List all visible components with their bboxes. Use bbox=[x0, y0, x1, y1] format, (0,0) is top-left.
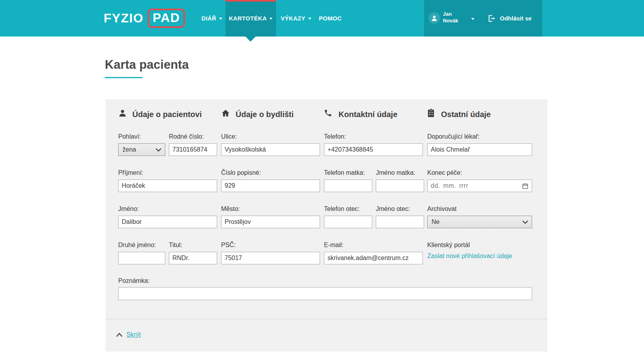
user-first-name: Jan bbox=[443, 11, 458, 17]
field-label-ulice: Ulice: bbox=[221, 133, 237, 141]
section-title-contact: Kontaktní údaje bbox=[338, 110, 397, 119]
send-credentials-link[interactable]: Zaslat nové přihlašovací údaje bbox=[427, 253, 512, 260]
clipboard-icon bbox=[427, 108, 435, 117]
jmeno-matka-input[interactable] bbox=[376, 180, 424, 192]
nav-item-pomoc-label: POMOC bbox=[319, 15, 342, 22]
jmeno-input[interactable] bbox=[118, 216, 217, 228]
field-label-titul: Titul: bbox=[169, 241, 182, 249]
konec-pece-date-input[interactable]: dd. mm. rrrr bbox=[427, 180, 532, 192]
field-label-psc: PSČ: bbox=[221, 241, 236, 249]
field-label-poznamka: Poznámka: bbox=[118, 277, 150, 285]
field-label-jmeno-otec: Jméno otec: bbox=[376, 205, 410, 213]
field-label-archivovat: Archivovat bbox=[427, 205, 457, 213]
nav-item-vykazy-label: VÝKAZY bbox=[281, 15, 306, 22]
nav-item-kartoteka-active[interactable]: KARTOTÉKA bbox=[225, 0, 276, 37]
chevron-down-icon bbox=[522, 220, 528, 224]
active-tab-indicator bbox=[225, 0, 276, 2]
logo-badge-pad: PAD bbox=[148, 9, 185, 28]
field-label-klientsky-portal: Klientský portál bbox=[427, 241, 470, 249]
chevron-down-icon bbox=[219, 18, 222, 20]
app-logo[interactable]: FYZIO PAD bbox=[104, 0, 185, 37]
chevron-down-icon bbox=[156, 148, 161, 152]
panel-divider bbox=[106, 319, 547, 319]
user-name[interactable]: Jan Novák bbox=[443, 11, 458, 24]
archivovat-select[interactable]: Ne bbox=[427, 216, 532, 228]
logout-label: Odhlásit se bbox=[500, 15, 532, 22]
rodne-cislo-input[interactable] bbox=[169, 143, 217, 156]
nav-item-pomoc[interactable]: POMOC bbox=[319, 0, 342, 37]
field-label-prijmeni: Příjmení: bbox=[118, 169, 143, 177]
patient-card-page: FYZIO PAD DIÁŘ KARTOTÉKA VÝKAZY POMOC bbox=[0, 0, 644, 361]
person-icon bbox=[118, 109, 127, 117]
titul-input[interactable] bbox=[169, 252, 217, 264]
nav-item-vykazy[interactable]: VÝKAZY bbox=[281, 0, 311, 37]
prijmeni-input[interactable] bbox=[118, 180, 217, 192]
phone-icon bbox=[324, 109, 332, 117]
psc-input[interactable] bbox=[221, 252, 320, 264]
field-label-druhe-jmeno: Druhé jméno: bbox=[118, 241, 156, 249]
mesto-input[interactable] bbox=[221, 216, 320, 228]
pohlavi-select-value: žena bbox=[123, 146, 136, 153]
field-label-doporucujici-lekar: Doporučující lékař: bbox=[427, 133, 479, 141]
active-tab-notch bbox=[245, 37, 256, 42]
title-underline bbox=[105, 77, 143, 78]
email-input[interactable] bbox=[324, 252, 423, 264]
section-title-other: Ostatní údaje bbox=[441, 110, 491, 119]
logout-icon bbox=[487, 14, 496, 23]
hide-section-row: Skrýt bbox=[116, 331, 141, 338]
field-label-mesto: Město: bbox=[221, 205, 240, 213]
top-navbar: FYZIO PAD DIÁŘ KARTOTÉKA VÝKAZY POMOC bbox=[0, 0, 644, 37]
nav-item-kartoteka-label: KARTOTÉKA bbox=[229, 15, 267, 22]
user-last-name: Novák bbox=[443, 17, 458, 24]
druhe-jmeno-input[interactable] bbox=[118, 252, 165, 264]
ulice-input[interactable] bbox=[221, 143, 320, 156]
page-title: Karta pacienta bbox=[105, 58, 189, 72]
cislo-popisne-input[interactable] bbox=[221, 180, 320, 192]
archivovat-select-value: Ne bbox=[432, 218, 439, 225]
logo-text-fyzio: FYZIO bbox=[104, 11, 144, 26]
person-icon bbox=[431, 15, 438, 22]
field-label-jmeno: Jméno: bbox=[118, 205, 139, 213]
field-label-cislo-popisne: Číslo popisné: bbox=[221, 169, 261, 177]
field-label-pohlavi: Pohlaví: bbox=[118, 133, 141, 141]
logout-button[interactable]: Odhlásit se bbox=[487, 0, 532, 37]
date-placeholder: dd. mm. rrrr bbox=[431, 182, 468, 189]
user-menu-chevron-down-icon[interactable] bbox=[471, 18, 474, 20]
field-label-jmeno-matka: Jméno matka: bbox=[376, 169, 415, 177]
poznamka-input[interactable] bbox=[118, 287, 532, 300]
telefon-otec-input[interactable] bbox=[324, 216, 372, 228]
pohlavi-select[interactable]: žena bbox=[118, 143, 165, 156]
chevron-down-icon bbox=[308, 18, 311, 20]
jmeno-otec-input[interactable] bbox=[376, 216, 424, 228]
doporucujici-lekar-input[interactable] bbox=[427, 143, 532, 156]
field-label-email: E-mail: bbox=[324, 241, 344, 249]
field-label-telefon-matka: Telefon matka: bbox=[324, 169, 365, 177]
hide-link[interactable]: Skrýt bbox=[126, 331, 141, 338]
user-panel: Jan Novák Odhlásit se bbox=[424, 0, 542, 37]
field-label-telefon-otec: Telefon otec: bbox=[324, 205, 360, 213]
nav-item-diar-label: DIÁŘ bbox=[201, 15, 216, 22]
section-title-address: Údaje o bydlišti bbox=[236, 110, 294, 119]
nav-item-diar[interactable]: DIÁŘ bbox=[201, 0, 222, 37]
field-label-telefon: Telefon: bbox=[324, 133, 346, 141]
calendar-icon bbox=[522, 183, 529, 189]
user-avatar[interactable] bbox=[428, 12, 440, 24]
section-title-patient: Údaje o pacientovi bbox=[132, 110, 202, 119]
field-label-konec-pece: Konec péče: bbox=[427, 169, 462, 177]
chevron-up-icon bbox=[116, 333, 123, 337]
telefon-input[interactable] bbox=[324, 143, 423, 156]
field-label-rodne-cislo: Rodné číslo: bbox=[169, 133, 204, 141]
telefon-matka-input[interactable] bbox=[324, 180, 372, 192]
home-icon bbox=[221, 109, 230, 117]
chevron-down-icon bbox=[269, 18, 273, 20]
